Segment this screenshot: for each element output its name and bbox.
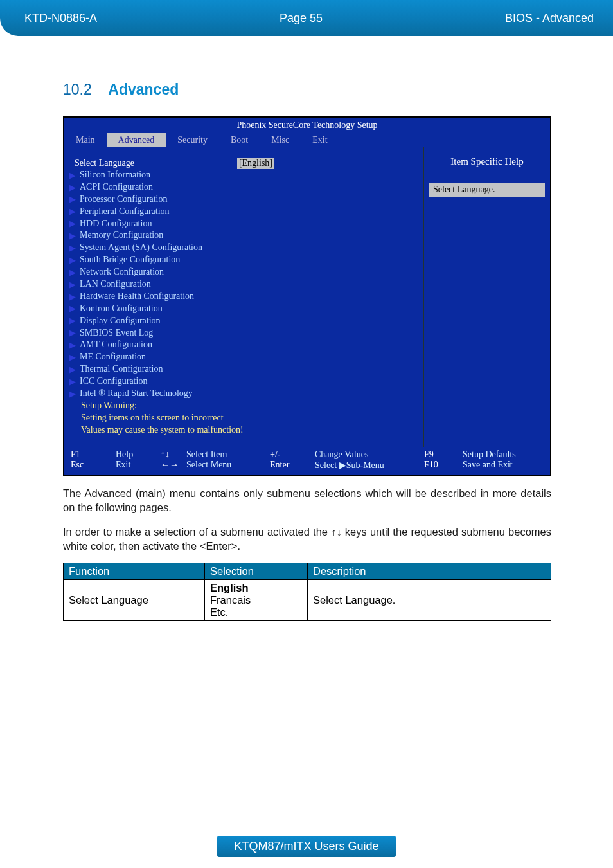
page-footer: KTQM87/mITX Users Guide [0, 832, 613, 860]
bios-screenshot: Phoenix SecureCore Technology Setup Main… [63, 116, 551, 476]
submenu-arrow-icon: ▶ [69, 352, 76, 363]
key-leftright: ←→ [161, 460, 186, 471]
bios-left-pane: Select Language [English] ▶Silicon Infor… [64, 147, 424, 447]
submenu-item[interactable]: ▶LAN Configuration [69, 278, 418, 291]
bios-footer: F1 Help ↑↓ Select Item +/- Change Values… [64, 447, 550, 475]
submenu-label: Memory Configuration [80, 230, 163, 242]
submenu-arrow-icon: ▶ [69, 182, 76, 194]
submenu-arrow-icon: ▶ [69, 376, 76, 388]
submenu-item[interactable]: ▶South Bridge Configuration [69, 254, 418, 266]
submenu-label: Processor Configuration [80, 194, 167, 206]
submenu-item[interactable]: ▶Kontron Configuration [69, 303, 418, 315]
submenu-item[interactable]: ▶SMBIOS Event Log [69, 327, 418, 339]
tab-exit[interactable]: Exit [301, 133, 339, 147]
submenu-item[interactable]: ▶AMT Configuration [69, 339, 418, 351]
submenu-label: ACPI Configuration [80, 181, 153, 194]
tab-boot[interactable]: Boot [219, 133, 260, 147]
submenu-item[interactable]: ▶Display Configuration [69, 315, 418, 327]
act-select-menu: Select Menu [186, 460, 270, 471]
submenu-label: ICC Configuration [80, 375, 147, 388]
bios-tab-bar: Main Advanced Security Boot Misc Exit [64, 133, 550, 147]
select-language-value[interactable]: [English] [237, 158, 274, 169]
submenu-arrow-icon: ▶ [69, 315, 76, 327]
key-esc: Esc [71, 460, 116, 471]
submenu-arrow-icon: ▶ [69, 255, 76, 266]
tab-advanced[interactable]: Advanced [107, 133, 166, 147]
act-save-exit: Save and Exit [463, 460, 544, 471]
act-submenu: Select ▶Sub-Menu [315, 460, 424, 471]
submenu-arrow-icon: ▶ [69, 206, 76, 217]
tab-main[interactable]: Main [64, 133, 107, 147]
submenu-label: Kontron Configuration [80, 303, 163, 315]
bios-body: Select Language [English] ▶Silicon Infor… [64, 147, 550, 447]
submenu-label: HDD Configuration [80, 218, 152, 230]
submenu-label: Display Configuration [80, 315, 161, 327]
paragraph-1: The Advanced (main) menu contains only s… [63, 486, 551, 515]
act-select-item: Select Item [186, 449, 270, 460]
submenu-item[interactable]: ▶Network Configuration [69, 266, 418, 278]
submenu-arrow-icon: ▶ [69, 170, 76, 181]
submenu-item[interactable]: ▶ACPI Configuration [69, 181, 418, 194]
page-header: KTD-N0886-A Page 55 BIOS - Advanced [0, 0, 613, 36]
key-updown: ↑↓ [161, 449, 186, 460]
submenu-item[interactable]: ▶ICC Configuration [69, 375, 418, 388]
tab-security[interactable]: Security [166, 133, 219, 147]
th-description: Description [308, 563, 551, 579]
submenu-label: System Agent (SA) Configuration [80, 242, 202, 254]
submenu-label: ME Configuration [80, 351, 146, 363]
submenu-arrow-icon: ▶ [69, 364, 76, 375]
submenu-arrow-icon: ▶ [69, 279, 76, 291]
submenu-item[interactable]: ▶Silicon Information [69, 169, 418, 181]
bios-title: Phoenix SecureCore Technology Setup [64, 118, 550, 133]
setup-warning-2: Setting items on this screen to incorrec… [69, 412, 418, 424]
section-number: 10.2 [63, 81, 92, 98]
key-f1: F1 [71, 449, 116, 460]
submenu-item[interactable]: ▶Peripheral Configuration [69, 206, 418, 218]
setup-warning-1: Setup Warning: [69, 400, 418, 412]
submenu-arrow-icon: ▶ [69, 339, 76, 351]
submenu-item[interactable]: ▶Thermal Configuration [69, 363, 418, 375]
setup-warning-3: Values may cause the system to malfuncti… [69, 424, 418, 437]
submenu-label: Intel ® Rapid Start Technology [80, 388, 193, 400]
submenu-item[interactable]: ▶Memory Configuration [69, 230, 418, 242]
function-table: Function Selection Description Select La… [63, 563, 551, 621]
act-exit: Exit [116, 460, 161, 471]
cell-description: Select Language. [308, 579, 551, 620]
submenu-item[interactable]: ▶Processor Configuration [69, 194, 418, 206]
submenu-label: AMT Configuration [80, 339, 152, 351]
table-row: Select LanguageEnglishFrancaisEtc.Select… [64, 579, 551, 620]
submenu-arrow-icon: ▶ [69, 388, 76, 400]
submenu-item[interactable]: ▶HDD Configuration [69, 218, 418, 230]
footer-text: KTQM87/mITX Users Guide [217, 836, 395, 857]
key-enter: Enter [270, 460, 315, 471]
submenu-arrow-icon: ▶ [69, 291, 76, 303]
submenu-item[interactable]: ▶Hardware Health Configuration [69, 291, 418, 303]
select-language-label: Select Language [75, 158, 134, 168]
help-text: Select Language. [429, 183, 545, 197]
submenu-label: Silicon Information [80, 169, 150, 181]
submenu-arrow-icon: ▶ [69, 194, 76, 205]
page-content: 10.2 Advanced Phoenix SecureCore Technol… [0, 36, 613, 621]
submenu-item[interactable]: ▶System Agent (SA) Configuration [69, 242, 418, 254]
section-title: Advanced [108, 81, 179, 98]
th-function: Function [64, 563, 205, 579]
submenu-arrow-icon: ▶ [69, 267, 76, 278]
select-language-row[interactable]: Select Language [English] [69, 158, 418, 169]
submenu-label: Thermal Configuration [80, 363, 163, 375]
tab-misc[interactable]: Misc [260, 133, 301, 147]
act-setup-defaults: Setup Defaults [463, 449, 544, 460]
submenu-arrow-icon: ▶ [69, 230, 76, 242]
submenu-label: Network Configuration [80, 266, 164, 278]
submenu-arrow-icon: ▶ [69, 327, 76, 339]
section-id: BIOS - Advanced [505, 12, 594, 25]
submenu-item[interactable]: ▶Intel ® Rapid Start Technology [69, 388, 418, 400]
submenu-label: SMBIOS Event Log [80, 327, 153, 339]
key-f10: F10 [424, 460, 463, 471]
bios-help-pane: Item Specific Help Select Language. [424, 147, 550, 447]
page-num: Page 55 [280, 12, 323, 25]
paragraph-2: In order to make a selection of a submen… [63, 525, 551, 554]
submenu-label: Peripheral Configuration [80, 206, 170, 218]
key-plusminus: +/- [270, 449, 315, 460]
submenu-item[interactable]: ▶ME Configuration [69, 351, 418, 363]
section-heading: 10.2 Advanced [63, 81, 555, 98]
